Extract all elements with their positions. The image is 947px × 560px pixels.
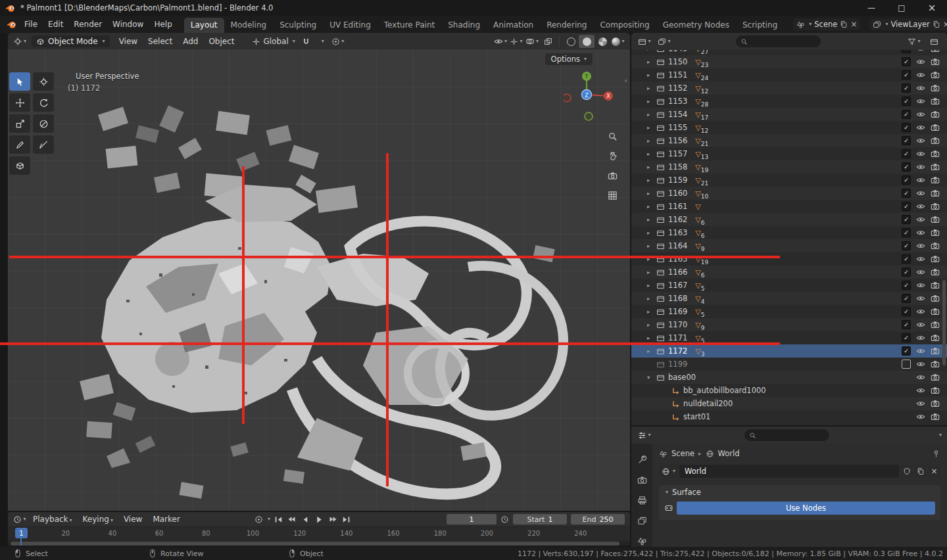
camera-visibility-icon[interactable] [931,215,940,224]
jump-to-end-button[interactable] [341,513,353,525]
camera-visibility-icon[interactable] [931,57,940,66]
outliner-row[interactable]: nulldetail200 ▽ ✓ [631,397,947,410]
axis-neg-x[interactable] [564,94,571,102]
minimize-button[interactable]: — [856,0,886,16]
scene-selector[interactable]: ▾ Scene × [793,18,860,30]
disclosure-icon[interactable]: ▸ [647,295,656,302]
outliner-row[interactable]: start01 ▽ ✓ [631,410,947,423]
tool-annotate[interactable] [9,135,30,154]
camera-visibility-icon[interactable] [931,307,940,316]
outliner-row[interactable]: ▸ 1163 ▽6 ✓ [631,226,947,239]
camera-visibility-icon[interactable] [931,412,940,421]
tool-select-box[interactable] [9,72,30,91]
tab-uv-editing[interactable]: UV Editing [323,18,377,33]
mode-dropdown[interactable]: Object Mode ▾ [32,35,110,47]
menu-help[interactable]: Help [149,20,177,29]
world-datablock-dropdown[interactable]: ▾ [659,465,678,478]
outliner-row[interactable]: bb_autobillboard1000 ▽ ✓ [631,384,947,397]
timeline-scrollbar[interactable] [8,541,630,546]
exclude-checkbox[interactable]: ✓ [902,333,911,342]
unlink-icon[interactable]: × [943,20,947,29]
end-frame-field[interactable]: End250 [571,514,625,525]
tab-animation[interactable]: Animation [487,18,540,33]
outliner-row[interactable]: ▸ 1165 ▽19 ✓ [631,252,947,266]
disclosure-icon[interactable]: ▸ [647,72,656,78]
options-dropdown[interactable]: Options ▾ [545,53,593,65]
camera-visibility-icon[interactable] [931,333,940,342]
hide-eye-icon[interactable] [916,320,925,329]
chevron-down-icon[interactable]: ▾ [939,432,942,438]
menu-object[interactable]: Object [203,37,239,46]
menu-window[interactable]: Window [107,20,149,29]
menu-view[interactable]: View [114,37,143,46]
outliner-row[interactable]: ▸ 1170 ▽9 ✓ [631,318,947,331]
tab-compositing[interactable]: Compositing [593,18,656,33]
exclude-checkbox[interactable]: ✓ [902,202,911,211]
fake-user-shield-icon[interactable] [900,465,913,478]
view-layer-selector[interactable]: ▾ ViewLayer × [869,18,947,30]
tab-scripting[interactable]: Scripting [736,18,784,33]
camera-visibility-icon[interactable] [931,360,940,369]
proportional-edit-toggle[interactable]: ▾ [330,35,346,48]
exclude-checkbox[interactable]: ✓ [902,189,911,198]
tab-texture-paint[interactable]: Texture Paint [377,18,441,33]
camera-view-icon[interactable] [606,169,619,182]
outliner-row[interactable]: ▸ 1153 ▽28 ✓ [631,95,947,108]
outliner-row[interactable]: ▸ 1159 ▽21 ✓ [631,174,947,187]
camera-visibility-icon[interactable] [931,241,940,250]
outliner-row[interactable]: ▸ 1169 ▽5 ✓ [631,305,947,318]
hide-eye-icon[interactable] [916,123,925,132]
camera-visibility-icon[interactable] [931,149,940,158]
outliner-row[interactable]: ▸ 1155 ▽12 ✓ [631,121,947,134]
tab-shading[interactable]: Shading [441,18,487,33]
ortho-grid-icon[interactable] [606,189,619,202]
exclude-checkbox[interactable]: ✓ [902,281,911,290]
zoom-icon[interactable] [606,129,619,143]
editor-type-button[interactable]: ▾ [12,513,28,526]
outliner-row[interactable]: ▸ 1161 ▽ ✓ [631,200,947,213]
tab-sculpting[interactable]: Sculpting [273,18,323,33]
pan-hand-icon[interactable] [606,149,619,162]
editor-type-button[interactable]: ▾ [637,429,652,442]
menu-marker[interactable]: Marker [147,515,185,524]
editor-type-button[interactable]: ▾ [637,35,652,48]
menu-file[interactable]: File [19,20,43,29]
hide-eye-icon[interactable] [916,333,925,342]
overlays-dropdown[interactable]: ▾ [524,35,540,48]
surface-panel-header[interactable]: ▾ Surface [664,488,935,497]
play-reverse-button[interactable] [299,513,312,525]
record-icon[interactable] [253,513,265,525]
exclude-checkbox[interactable]: ✓ [902,83,911,93]
outliner-row[interactable]: ▾ base00 ▽ ✓ [631,371,947,384]
camera-visibility-icon[interactable] [931,202,940,211]
snap-toggle[interactable] [299,35,314,48]
transform-orientation-dropdown[interactable]: Global ▾ [249,37,298,46]
playhead-line[interactable] [20,538,22,546]
hide-eye-icon[interactable] [916,83,925,93]
camera-visibility-icon[interactable] [931,320,940,329]
breadcrumb-scene[interactable]: Scene [671,449,694,458]
hide-eye-icon[interactable] [916,281,925,290]
disclosure-icon[interactable]: ▸ [647,58,656,65]
disclosure-icon[interactable]: ▸ [647,124,656,131]
unlink-datablock-icon[interactable]: × [928,465,940,478]
exclude-checkbox[interactable]: ✓ [902,320,911,329]
exclude-checkbox[interactable]: ✓ [902,50,911,53]
tool-rotate[interactable] [33,93,54,112]
outliner-row[interactable]: ▸ 1150 ▽23 ✓ [631,55,947,68]
disclosure-icon[interactable]: ▸ [647,98,656,105]
world-name-field[interactable]: World [679,465,899,478]
gizmos-dropdown[interactable]: ▾ [508,35,524,48]
shading-solid-button[interactable] [579,35,595,48]
outliner-row[interactable]: ▸ 1149 ▽27 ✓ [631,50,947,55]
hide-eye-icon[interactable] [916,215,925,224]
disclosure-icon[interactable]: ▾ [647,374,656,381]
tool-measure[interactable] [33,135,54,154]
disclosure-icon[interactable]: ▸ [647,308,656,315]
disclosure-icon[interactable]: ▸ [647,348,656,354]
camera-visibility-icon[interactable] [931,386,940,395]
disclosure-icon[interactable]: ▸ [647,203,656,210]
exclude-checkbox[interactable]: ✓ [902,97,911,106]
outliner-search-input[interactable] [750,37,816,47]
disclosure-icon[interactable]: ▸ [647,335,656,341]
